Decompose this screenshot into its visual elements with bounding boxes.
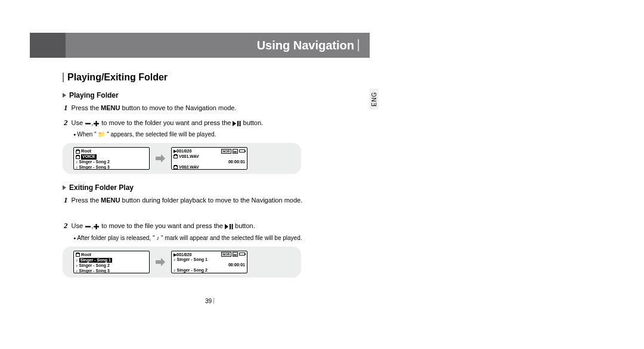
subheading-row: Playing Folder [63, 91, 337, 99]
folder-icon [174, 166, 178, 169]
triangle-bullet-icon [63, 93, 66, 98]
note-icon: ♪ [76, 160, 78, 164]
header-accent [30, 33, 66, 58]
step-2: 2 Use , to move to the file you want and… [64, 219, 337, 233]
note-icon: ♪ [76, 263, 78, 268]
page-number-bar-icon [213, 298, 214, 304]
menu-bold: MENU [101, 104, 120, 111]
svg-rect-2 [96, 121, 97, 126]
svg-rect-0 [85, 123, 91, 124]
play-pause-icon [233, 121, 241, 126]
lcd-left: Root ♪Singer - Song 1 ♪Singer - Song 2 ♪… [73, 251, 150, 273]
folder-icon [76, 155, 80, 159]
header-bar: Using Navigation [30, 33, 370, 58]
folder-icon [76, 150, 80, 154]
eq-badge: ▬ [233, 149, 239, 154]
play-pause-icon [225, 224, 233, 229]
arrow-right-icon [156, 154, 165, 163]
subheading-row: Exiting Folder Play [63, 183, 337, 192]
step-text: Use [72, 222, 85, 229]
heading-bar-icon [63, 73, 64, 82]
step-number: 2 [64, 221, 68, 230]
folder-icon [174, 155, 178, 158]
lcd-row: Singer - Song 2 [177, 268, 208, 273]
content-section: ENG Playing/Exiting Folder Playing Folde… [63, 72, 337, 278]
step-text: Press the [72, 104, 101, 111]
svg-rect-5 [240, 121, 241, 126]
minus-icon [85, 121, 91, 126]
folder-icon [76, 253, 80, 257]
step-number: 1 [64, 103, 68, 112]
lcd-time: 00:00:01 [228, 263, 245, 267]
page-number-value: 39 [205, 298, 212, 304]
screens-illustration-1: Root VOICE ♪Singer - Song 2 ♪Singer - So… [63, 143, 301, 174]
step-1: 1 Press the MENU button to move to the N… [64, 101, 337, 116]
header-main: Using Navigation [66, 33, 370, 58]
lcd-highlight: VOICE [81, 154, 97, 159]
lcd-row: V001.WAV [179, 154, 199, 159]
svg-rect-10 [230, 224, 231, 229]
step-1: 1 Press the MENU button during folder pl… [64, 193, 337, 208]
step-text: button. [235, 222, 255, 229]
step-text: button to move to the Navigation mode. [120, 104, 236, 111]
svg-rect-4 [237, 121, 239, 126]
screens-illustration-2: Root ♪Singer - Song 1 ♪Singer - Song 2 ♪… [63, 247, 301, 278]
lcd-row: Singer - Song 2 [79, 263, 110, 268]
svg-rect-11 [232, 224, 233, 229]
svg-marker-9 [225, 224, 228, 229]
nor-badge: NOR [221, 252, 231, 257]
step-number: 1 [64, 195, 68, 204]
lcd-right: ▶001/020 NOR ▬ ♪Singer - Song 1 00:00:01… [171, 251, 247, 273]
note-text: After folder play is released, " ♪ " mar… [73, 233, 337, 243]
section-heading-row: Playing/Exiting Folder [63, 72, 337, 83]
menu-bold: MENU [101, 197, 120, 204]
step-text: Press the [72, 197, 101, 204]
lcd-left: Root VOICE ♪Singer - Song 2 ♪Singer - So… [73, 147, 150, 170]
minus-icon [85, 224, 91, 229]
svg-rect-8 [96, 224, 97, 229]
subheading-playing: Playing Folder [69, 91, 119, 99]
battery-icon [239, 149, 245, 152]
header-title: Using Navigation [257, 39, 354, 52]
language-tab: ENG [370, 89, 379, 110]
lcd-row: V002.WAV [179, 165, 199, 170]
plus-icon [93, 121, 100, 126]
note-icon: ♪ [174, 268, 176, 273]
step-text: to move to the folder you want and press… [101, 119, 233, 126]
section-heading: Playing/Exiting Folder [67, 72, 168, 83]
lcd-time: 00:00:01 [228, 160, 245, 164]
note-icon: ♪ [174, 257, 176, 262]
page-number: 39 [205, 298, 214, 304]
svg-marker-3 [233, 121, 236, 126]
lcd-counter: 001/020 [177, 149, 191, 153]
battery-icon [239, 253, 245, 255]
lcd-counter: 001/020 [177, 253, 191, 257]
step-number: 2 [64, 118, 68, 127]
arrow-right-icon [156, 258, 165, 266]
svg-rect-6 [85, 226, 91, 228]
step-text: Use [72, 119, 85, 126]
note-icon: ♪ [76, 258, 78, 263]
eq-badge: ▬ [233, 252, 239, 257]
lcd-row: Singer - Song 3 [79, 165, 110, 170]
step-text: to move to the file you want and press t… [101, 222, 225, 229]
note-text: When " 📁 " appears, the selected file wi… [73, 130, 337, 139]
lcd-right: ▶001/020 NOR ▬ V001.WAV 00:00:01 V002.WA… [171, 147, 247, 170]
lcd-row: Singer - Song 1 [177, 257, 208, 262]
manual-page: Using Navigation ENG Playing/Exiting Fol… [30, 33, 370, 287]
note-icon: ♪ [76, 269, 78, 273]
header-divider [358, 39, 359, 51]
lcd-title: Root [81, 149, 91, 154]
nor-badge: NOR [221, 149, 231, 154]
note-icon: ♪ [76, 165, 78, 170]
step-text: button. [243, 119, 264, 126]
plus-icon [93, 224, 100, 229]
lcd-row: Singer - Song 3 [79, 269, 110, 273]
step-text: button during folder playback to move to… [120, 197, 302, 204]
lcd-title: Root [81, 253, 91, 258]
triangle-bullet-icon [63, 185, 66, 190]
lcd-highlight: Singer - Song 1 [79, 258, 112, 263]
subheading-exiting: Exiting Folder Play [69, 183, 134, 192]
lcd-row: Singer - Song 2 [79, 160, 110, 164]
step-2: 2 Use , to move to the folder you want a… [64, 116, 337, 130]
